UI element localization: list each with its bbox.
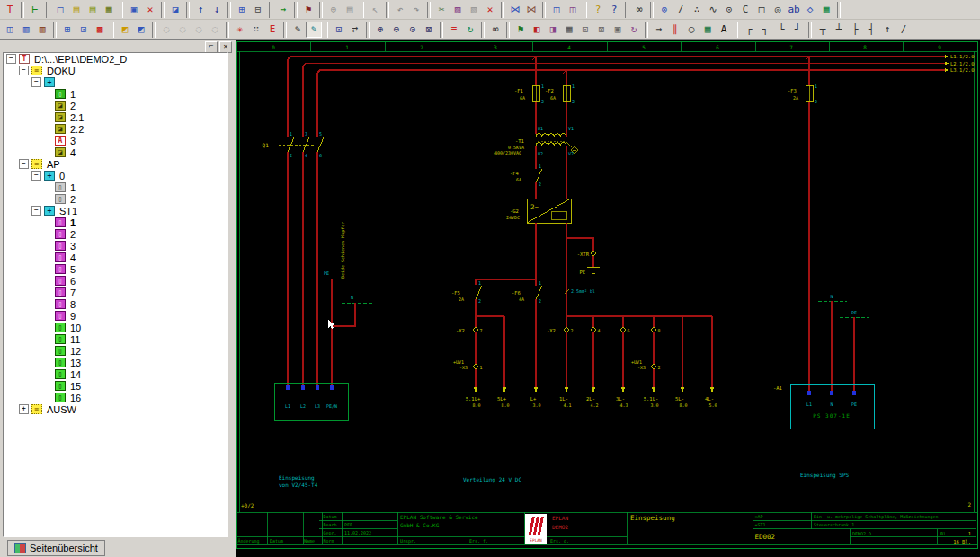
sync-marker-button[interactable]: ⚑: [512, 22, 529, 38]
tree-item-5[interactable]: ▯5: [4, 263, 227, 275]
measure-button[interactable]: ≡: [446, 22, 462, 38]
insert-device-button[interactable]: ⊗: [656, 2, 673, 18]
export-button[interactable]: →: [275, 2, 291, 18]
properties-button[interactable]: ◪: [167, 2, 183, 18]
tree-item-4[interactable]: ◪4: [4, 146, 227, 158]
ref-update-button[interactable]: ▩: [92, 22, 108, 38]
project-open-button[interactable]: ▤: [68, 2, 85, 18]
delete-object-button[interactable]: ✕: [482, 2, 498, 18]
copy-button[interactable]: ▣: [126, 2, 142, 18]
tree-item-10[interactable]: ▯10: [4, 322, 227, 333]
project-archive-button[interactable]: ▦: [101, 2, 117, 18]
draw-rhombus-button[interactable]: ◇: [802, 2, 818, 18]
tree-item-1[interactable]: ▯1: [4, 88, 227, 100]
corner-up-right-button[interactable]: ┘: [789, 22, 806, 38]
tree-item-2.2[interactable]: ◪2.2: [4, 123, 227, 135]
corner-down-left-button[interactable]: ┌: [741, 22, 757, 38]
new-window-button[interactable]: ⊞: [234, 2, 250, 18]
tree-item-11[interactable]: ▯11: [4, 333, 227, 345]
text-tool-button[interactable]: A: [716, 22, 732, 38]
draw-text-button[interactable]: ab: [786, 2, 802, 18]
arrow-up-button[interactable]: ↑: [879, 22, 895, 38]
app-symbol-button[interactable]: T: [2, 2, 18, 18]
redo-button[interactable]: ↷: [408, 2, 424, 18]
copy-format-button[interactable]: ▨: [450, 2, 466, 18]
tree-item-16[interactable]: ▯16: [4, 392, 227, 403]
page-new-button[interactable]: □: [52, 2, 68, 18]
device-navigator-button[interactable]: ◩: [117, 22, 133, 38]
tree-item-12[interactable]: ▯12: [4, 345, 227, 357]
view-toggle-button[interactable]: ◎: [770, 2, 786, 18]
zoom-in-button[interactable]: ⊕: [372, 22, 388, 38]
ref-list-button[interactable]: ⊡: [76, 22, 92, 38]
tree-item-1[interactable]: ▯1: [4, 217, 227, 228]
tab-page-overview[interactable]: Seitenübersicht: [7, 540, 105, 556]
tree-item-1[interactable]: ▯1: [4, 181, 227, 193]
connection-point-button[interactable]: ✳: [232, 22, 248, 38]
tree-item-AUSW[interactable]: +≡AUSW: [4, 403, 227, 415]
tree-item-3[interactable]: ▯3: [4, 240, 227, 252]
tree-item-4[interactable]: ▯4: [4, 252, 227, 263]
search-button[interactable]: ∞: [631, 2, 647, 18]
tool-c-button[interactable]: ◌: [191, 22, 207, 38]
tree-item-2[interactable]: ▯2: [4, 193, 227, 205]
insert-macro-button[interactable]: ◫: [565, 2, 581, 18]
zoom-window-button[interactable]: ⊡: [331, 22, 347, 38]
paste-button[interactable]: ▧: [466, 2, 482, 18]
t-node-left-button[interactable]: ┤: [863, 22, 879, 38]
insert-image-button[interactable]: ▦: [818, 2, 834, 18]
preview-button[interactable]: ▤: [342, 2, 358, 18]
nav-prev-button[interactable]: ◧: [529, 22, 545, 38]
undo-button[interactable]: ↶: [392, 2, 408, 18]
tree-item-2.1[interactable]: ◪2.1: [4, 111, 227, 123]
zoom-out-button[interactable]: ⊖: [388, 22, 405, 38]
draw-spline-button[interactable]: ∿: [705, 2, 721, 18]
tree-item-AP[interactable]: −≡AP: [4, 158, 227, 170]
select-a-button[interactable]: ⊡: [577, 22, 593, 38]
nav-box-button[interactable]: ▦: [561, 22, 577, 38]
group-button[interactable]: ⋈: [507, 2, 523, 18]
cut-button[interactable]: ✂: [433, 2, 450, 18]
page-up-button[interactable]: ↑: [192, 2, 209, 18]
collapse-icon[interactable]: −: [19, 66, 29, 75]
tree-item-15[interactable]: ▯15: [4, 380, 227, 392]
insert-symbol-button[interactable]: ◫: [548, 2, 565, 18]
tool-a-button[interactable]: ◌: [158, 22, 174, 38]
page-navigator-tree[interactable]: −TD:\...\EPL\DEMO2_D−≡DOKU−+▯1◪2◪2.1◪2.2…: [3, 52, 228, 537]
zoom-fit-button[interactable]: ⊠: [421, 22, 437, 38]
device-update-button[interactable]: ◩: [133, 22, 149, 38]
grid-button[interactable]: ∷: [248, 22, 264, 38]
zoom-select-button[interactable]: ⊙: [405, 22, 421, 38]
collapse-icon[interactable]: −: [31, 77, 41, 87]
draw-oval-button[interactable]: ○: [683, 22, 699, 38]
find-button[interactable]: ∞: [487, 22, 503, 38]
tree-item-13[interactable]: ▯13: [4, 357, 227, 368]
tree-item-D:\...\EPL\DEMO2_D[interactable]: −TD:\...\EPL\DEMO2_D: [4, 53, 227, 65]
draw-line-button[interactable]: ∕: [673, 2, 689, 18]
rotate-button[interactable]: ↻: [626, 22, 642, 38]
page-down-button[interactable]: ↓: [209, 2, 225, 18]
ungroup-button[interactable]: ⋈: [523, 2, 539, 18]
goto-page-button[interactable]: ▥: [18, 22, 34, 38]
redraw-button[interactable]: ↻: [462, 22, 478, 38]
tree-item-DOKU[interactable]: −≡DOKU: [4, 65, 227, 76]
collapse-icon[interactable]: −: [31, 171, 41, 181]
schematic-canvas[interactable]: 0 1 2 3 4 5 6 7 8 9 L1.1/2.0 L2.1/2.0 L3…: [236, 40, 980, 557]
t-node-right-button[interactable]: ├: [847, 22, 863, 38]
t-node-down-button[interactable]: ┬: [815, 22, 831, 38]
select-c-button[interactable]: ▣: [610, 22, 626, 38]
page-overview-button[interactable]: ◫: [2, 22, 18, 38]
tree-item-structure-node[interactable]: −+: [4, 76, 227, 88]
tool-b-button[interactable]: ◌: [174, 22, 191, 38]
expand-icon[interactable]: +: [19, 404, 29, 414]
sketch-pen-button[interactable]: ✎: [290, 22, 306, 38]
tree-item-8[interactable]: ▯8: [4, 298, 227, 310]
tree-item-0[interactable]: −+0: [4, 170, 227, 181]
project-navigator-button[interactable]: ⊢: [27, 2, 43, 18]
t-node-up-button[interactable]: ┴: [831, 22, 847, 38]
print-button[interactable]: ⊟: [250, 2, 266, 18]
collapse-icon[interactable]: −: [31, 206, 41, 216]
whats-this-button[interactable]: ?: [606, 2, 622, 18]
potential-def-button[interactable]: ∥: [667, 22, 683, 38]
select-b-button[interactable]: ⊠: [593, 22, 610, 38]
